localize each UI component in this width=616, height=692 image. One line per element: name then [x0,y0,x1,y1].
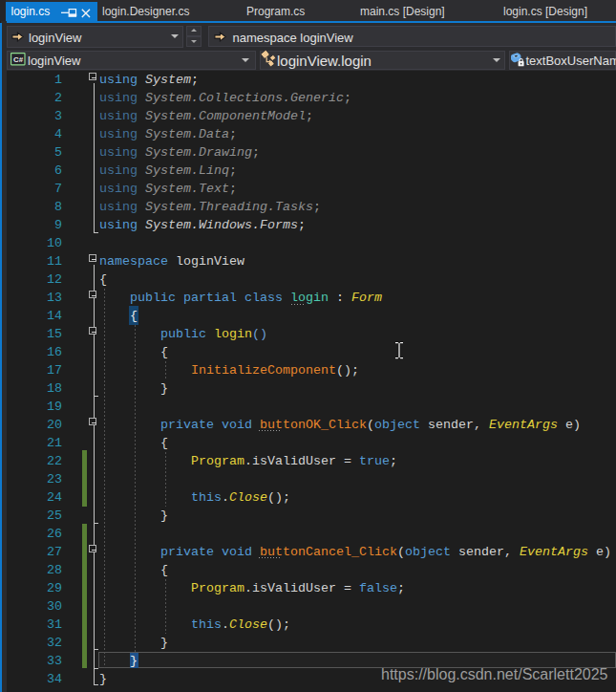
svg-text:C#: C# [13,54,24,63]
